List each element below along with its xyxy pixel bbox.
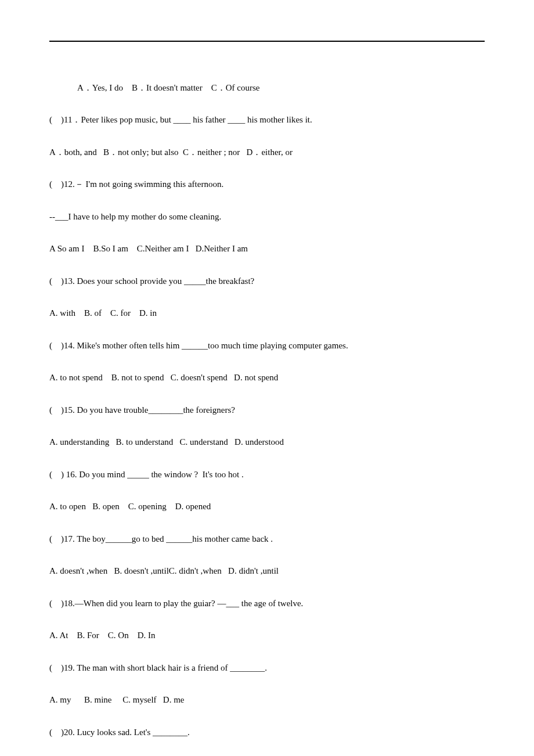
q13-options: A. with B. of C. for D. in [49,305,485,322]
q17-options: A. doesn't ,when B. doesn't ,untilC. did… [49,563,485,579]
q17-stem: ( )17. The boy______go to bed ______his … [49,531,485,548]
q14-options: A. to not spend B. not to spend C. doesn… [49,370,485,386]
q15-options: A. understanding B. to understand C. und… [49,434,485,451]
page-container: A．Yes, I do B．It doesn't matter C．Of cou… [0,0,534,756]
q11-stem: ( )11．Peter likes pop music, but ____ hi… [49,112,485,128]
q13-stem: ( )13. Does your school provide you ____… [49,273,485,290]
q16-stem: ( ) 16. Do you mind _____ the window ? I… [49,467,485,483]
q12-cont: --___I have to help my mother do some cl… [49,209,485,225]
q12-stem: ( )12.－ I'm not going swimming this afte… [49,177,485,193]
q15-stem: ( )15. Do you have trouble________the fo… [49,402,485,419]
q20-stem: ( )20. Lucy looks sad. Let's ________. [49,725,485,741]
q18-options: A. At B. For C. On D. In [49,628,485,644]
q11-options: A．both, and B．not only; but also C．neith… [49,145,485,161]
question-block: A．Yes, I do B．It doesn't matter C．Of cou… [49,64,485,756]
q19-stem: ( )19. The man with short black hair is … [49,660,485,676]
q12-options: A So am I B.So I am C.Neither am I D.Nei… [49,241,485,257]
top-rule [49,41,485,42]
q16-options: A. to open B. open C. opening D. opened [49,499,485,515]
q10-options: A．Yes, I do B．It doesn't matter C．Of cou… [49,80,485,96]
q18-stem: ( )18.—When did you learn to play the gu… [49,596,485,612]
q19-options: A. my B. mine C. myself D. me [49,692,485,708]
q14-stem: ( )14. Mike's mother often tells him ___… [49,338,485,354]
